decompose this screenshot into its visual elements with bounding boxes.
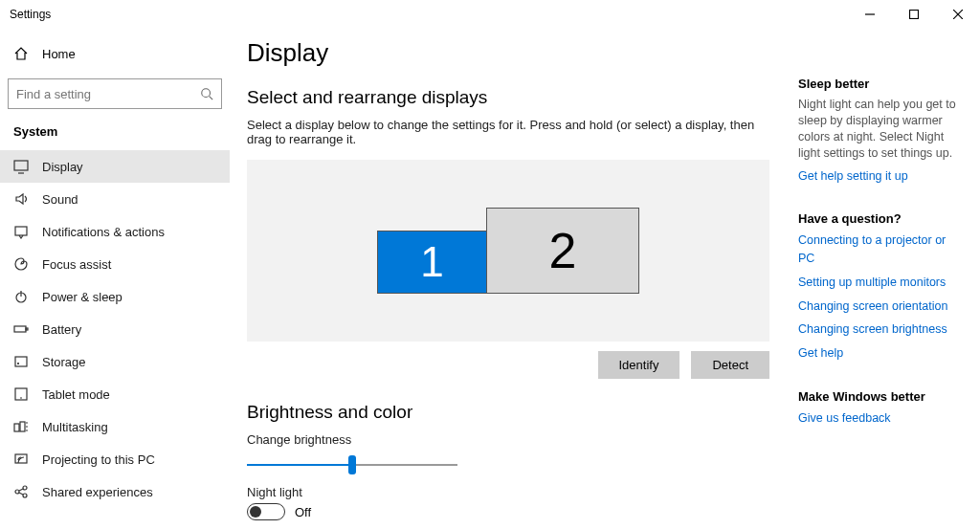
home-label: Home [42, 47, 76, 61]
brightness-heading: Brightness and color [247, 402, 769, 423]
svg-rect-6 [14, 161, 28, 170]
svg-rect-17 [14, 424, 19, 431]
tablet-icon [13, 386, 29, 402]
nightlight-label: Night light [247, 485, 769, 499]
nav-item-focus-assist[interactable]: Focus assist [0, 248, 230, 280]
nav-item-projecting-to-this-pc[interactable]: Projecting to this PC [0, 443, 230, 475]
home-icon [13, 46, 29, 61]
brightness-label: Change brightness [247, 432, 769, 447]
shared-icon [13, 484, 29, 499]
titlebar: Settings [0, 0, 980, 29]
main-content: Display Select and rearrange displays Se… [230, 29, 798, 529]
nav-item-label: Multitasking [42, 420, 108, 434]
home-button[interactable]: Home [0, 36, 230, 71]
storage-icon [13, 354, 29, 369]
nav-item-sound[interactable]: Sound [0, 183, 230, 215]
monitor-2[interactable]: 2 [486, 208, 639, 294]
monitor-1[interactable]: 1 [377, 231, 487, 294]
svg-line-26 [19, 489, 23, 491]
multitasking-icon [13, 419, 29, 434]
nav-item-label: Storage [42, 355, 86, 369]
window-controls [848, 0, 980, 29]
search-input[interactable] [16, 87, 200, 101]
help-link[interactable]: Connecting to a projector or PC [798, 231, 965, 268]
rearrange-description: Select a display below to change the set… [247, 118, 769, 146]
nav-item-label: Focus assist [42, 257, 111, 272]
focus-assist-icon [13, 256, 29, 272]
svg-rect-12 [26, 328, 28, 330]
svg-point-14 [18, 364, 19, 364]
nav-item-label: Power & sleep [42, 290, 122, 304]
svg-line-27 [19, 493, 23, 495]
nav-item-storage[interactable]: Storage [0, 345, 230, 378]
nav-item-label: Projecting to this PC [42, 452, 155, 467]
question-heading: Have a question? [798, 211, 965, 226]
sleep-better-text: Night light can help you get to sleep by… [798, 97, 965, 162]
close-button[interactable] [936, 0, 980, 29]
section-label: System [0, 121, 230, 150]
search-icon [200, 87, 213, 100]
nav-item-label: Display [42, 160, 83, 174]
brightness-slider[interactable] [247, 458, 457, 472]
minimize-button[interactable] [848, 0, 892, 29]
power-icon [13, 289, 29, 304]
svg-point-25 [23, 494, 27, 497]
sidebar: Home System DisplaySoundNotifications & … [0, 29, 230, 529]
svg-rect-8 [15, 227, 27, 235]
help-link[interactable]: Changing screen brightness [798, 320, 965, 339]
svg-rect-1 [910, 11, 919, 19]
nav-item-label: Tablet mode [42, 387, 110, 402]
help-link[interactable]: Setting up multiple monitors [798, 274, 965, 292]
svg-rect-13 [15, 357, 27, 366]
help-link[interactable]: Get help [798, 344, 965, 363]
sleep-better-link[interactable]: Get help setting it up [798, 167, 965, 186]
nightlight-state: Off [295, 505, 311, 519]
nav-item-label: Battery [42, 322, 81, 337]
nav-item-label: Sound [42, 192, 78, 207]
page-title: Display [247, 38, 769, 68]
window-title: Settings [10, 8, 51, 21]
sleep-better-heading: Sleep better [798, 77, 965, 91]
maximize-button[interactable] [892, 0, 936, 29]
battery-icon [13, 321, 29, 337]
feedback-heading: Make Windows better [798, 389, 965, 404]
identify-button[interactable]: Identify [598, 351, 680, 379]
nav-item-multitasking[interactable]: Multitasking [0, 410, 230, 443]
svg-point-24 [23, 486, 27, 490]
nav-item-label: Shared experiences [42, 485, 153, 499]
svg-point-4 [202, 89, 211, 98]
detect-button[interactable]: Detect [691, 351, 769, 379]
nav-item-shared-experiences[interactable]: Shared experiences [0, 475, 230, 508]
projecting-icon [13, 452, 29, 467]
svg-point-23 [15, 490, 19, 494]
sound-icon [13, 191, 29, 207]
nav-item-battery[interactable]: Battery [0, 313, 230, 345]
svg-line-5 [210, 97, 213, 100]
nightlight-toggle[interactable] [247, 503, 285, 520]
svg-rect-22 [15, 454, 27, 463]
nav-list: DisplaySoundNotifications & actionsFocus… [0, 150, 230, 529]
display-icon [13, 159, 29, 174]
nav-item-label: Notifications & actions [42, 225, 165, 239]
display-arrangement-area[interactable]: 1 2 [247, 160, 769, 342]
feedback-link[interactable]: Give us feedback [798, 409, 965, 428]
svg-rect-18 [20, 422, 25, 431]
nav-item-tablet-mode[interactable]: Tablet mode [0, 378, 230, 410]
help-link[interactable]: Changing screen orientation [798, 298, 965, 316]
search-box[interactable] [8, 78, 222, 109]
nav-item-power-sleep[interactable]: Power & sleep [0, 280, 230, 313]
right-column: Sleep better Night light can help you ge… [798, 29, 980, 529]
nav-item-display[interactable]: Display [0, 150, 230, 183]
rearrange-heading: Select and rearrange displays [247, 87, 769, 108]
svg-rect-11 [14, 326, 26, 332]
nav-item-notifications-actions[interactable]: Notifications & actions [0, 215, 230, 248]
notifications-icon [13, 224, 29, 239]
